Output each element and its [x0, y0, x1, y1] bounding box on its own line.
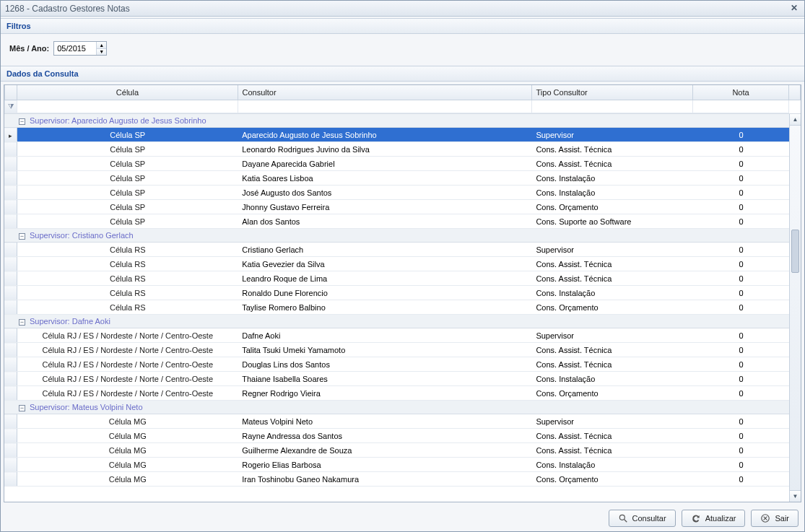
cell-tipo: Cons. Instalação — [531, 286, 693, 300]
table-row[interactable]: Célula RJ / ES / Nordeste / Norte / Cent… — [4, 386, 801, 401]
cell-nota[interactable]: 0 — [693, 200, 788, 214]
cell-tipo: Cons. Assist. Técnica — [531, 429, 693, 443]
col-header-celula[interactable]: Célula — [17, 85, 238, 100]
cell-nota[interactable]: 0 — [693, 271, 788, 286]
cell-tipo: Cons. Assist. Técnica — [531, 343, 693, 357]
cell-nota[interactable]: 0 — [693, 286, 788, 300]
table-row[interactable]: Célula MGRogerio Elias BarbosaCons. Inst… — [4, 458, 801, 472]
table-row[interactable]: Célula MGGuilherme Alexandre de SouzaCon… — [4, 443, 801, 458]
spinner-down-icon[interactable]: ▼ — [97, 49, 106, 56]
filter-cell-nota[interactable] — [693, 100, 788, 113]
filter-icon[interactable]: ⧩ — [5, 100, 17, 113]
cell-nota[interactable]: 0 — [693, 429, 788, 443]
row-indicator — [4, 200, 17, 214]
cell-nota[interactable]: 0 — [693, 142, 788, 157]
table-row[interactable]: Célula RJ / ES / Nordeste / Norte / Cent… — [4, 372, 801, 386]
group-row[interactable]: −Supervisor: Aparecido Augusto de Jesus … — [4, 114, 801, 128]
cell-nota[interactable]: 0 — [693, 458, 788, 472]
cell-celula: Célula RJ / ES / Nordeste / Norte / Cent… — [17, 372, 238, 386]
table-row[interactable]: Célula SPJosé Augusto dos SantosCons. In… — [4, 186, 801, 200]
cell-nota[interactable]: 0 — [693, 414, 788, 429]
table-row[interactable]: Célula RJ / ES / Nordeste / Norte / Cent… — [4, 357, 801, 372]
cell-consultor: Dafne Aoki — [238, 328, 531, 343]
table-row[interactable]: Célula RSRonaldo Dune FlorencioCons. Ins… — [4, 286, 801, 300]
close-icon[interactable]: ✕ — [788, 3, 800, 14]
row-indicator — [4, 214, 17, 229]
update-button[interactable]: Atualizar — [682, 510, 746, 527]
scroll-thumb[interactable] — [791, 230, 799, 273]
cell-nota[interactable]: 0 — [693, 328, 788, 343]
row-indicator — [4, 328, 17, 343]
cell-nota[interactable]: 0 — [693, 357, 788, 372]
cell-celula: Célula RS — [17, 271, 238, 286]
cell-celula: Célula RS — [17, 286, 238, 300]
cell-nota[interactable]: 0 — [693, 128, 788, 142]
collapse-icon[interactable]: − — [19, 233, 25, 240]
cell-nota[interactable]: 0 — [693, 257, 788, 271]
group-row[interactable]: −Supervisor: Cristiano Gerlach — [4, 229, 801, 243]
cell-nota[interactable]: 0 — [693, 300, 788, 315]
table-row[interactable]: ▸Célula SPAparecido Augusto de Jesus Sob… — [4, 128, 801, 142]
table-row[interactable]: Célula MGMateus Volpini NetoSupervisor0 — [4, 414, 801, 429]
group-row[interactable]: −Supervisor: Mateus Volpini Neto — [4, 401, 801, 414]
table-row[interactable]: Célula RSKatia Gevezier da SilvaCons. As… — [4, 257, 801, 271]
table-row[interactable]: Célula SPLeonardo Rodrigues Juvino da Si… — [4, 142, 801, 157]
cell-nota[interactable]: 0 — [693, 472, 788, 487]
cell-tipo: Cons. Orçamento — [531, 300, 693, 315]
cell-nota[interactable]: 0 — [693, 443, 788, 458]
table-row[interactable]: Célula SPDayane Aparecida GabrielCons. A… — [4, 157, 801, 171]
collapse-icon[interactable]: − — [19, 405, 25, 411]
group-row[interactable]: −Supervisor: Dafne Aoki — [4, 315, 801, 328]
table-row[interactable]: Célula MGIran Toshinobu Ganeo NakamuraCo… — [4, 472, 801, 487]
table-row[interactable]: Célula RSTaylise Romero BalbinoCons. Orç… — [4, 300, 801, 315]
cell-nota[interactable]: 0 — [693, 243, 788, 257]
cell-nota[interactable]: 0 — [693, 171, 788, 186]
spinner-up-icon[interactable]: ▲ — [97, 42, 106, 49]
cell-nota[interactable]: 0 — [693, 157, 788, 171]
table-row[interactable]: Célula RJ / ES / Nordeste / Norte / Cent… — [4, 343, 801, 357]
col-header-consultor[interactable]: Consultor — [238, 85, 531, 100]
cell-tipo: Cons. Instalação — [531, 171, 693, 186]
filter-cell-tipo[interactable] — [531, 100, 693, 113]
table-row[interactable]: Célula SPJhonny Gustavo FerreiraCons. Or… — [4, 200, 801, 214]
consult-button[interactable]: Consultar — [609, 510, 676, 527]
table-row[interactable]: Célula RSLeandro Roque de LimaCons. Assi… — [4, 271, 801, 286]
row-indicator — [4, 414, 17, 429]
month-year-spinner[interactable]: ▲ ▼ — [53, 41, 107, 56]
collapse-icon[interactable]: − — [19, 319, 25, 326]
exit-icon — [760, 513, 770, 523]
col-header-nota[interactable]: Nota — [693, 85, 788, 100]
table-row[interactable]: Célula RJ / ES / Nordeste / Norte / Cent… — [4, 328, 801, 343]
cell-tipo: Cons. Assist. Técnica — [531, 443, 693, 458]
cell-consultor: Guilherme Alexandre de Souza — [238, 443, 531, 458]
cell-celula: Célula MG — [17, 414, 238, 429]
table-row[interactable]: Célula RSCristiano GerlachSupervisor0 — [4, 243, 801, 257]
cell-tipo: Cons. Assist. Técnica — [531, 157, 693, 171]
cell-nota[interactable]: 0 — [693, 386, 788, 401]
cell-tipo: Supervisor — [531, 243, 693, 257]
collapse-icon[interactable]: − — [19, 118, 25, 125]
grid-body[interactable]: −Supervisor: Aparecido Augusto de Jesus … — [4, 113, 801, 502]
scroll-up-icon[interactable]: ▲ — [790, 114, 801, 126]
table-row[interactable]: Célula SPKatia Soares LisboaCons. Instal… — [4, 171, 801, 186]
cell-nota[interactable]: 0 — [693, 372, 788, 386]
scroll-down-icon[interactable]: ▼ — [790, 490, 801, 502]
col-header-tipo[interactable]: Tipo Consultor — [531, 85, 693, 100]
table-row[interactable]: Célula MGRayne Andressa dos SantosCons. … — [4, 429, 801, 443]
row-selector-header — [5, 85, 17, 100]
cell-nota[interactable]: 0 — [693, 214, 788, 229]
cell-celula: Célula RJ / ES / Nordeste / Norte / Cent… — [17, 357, 238, 372]
table-row[interactable]: Célula SPAlan dos SantosCons. Suporte ao… — [4, 214, 801, 229]
filter-cell-consultor[interactable] — [238, 100, 531, 113]
cell-nota[interactable]: 0 — [693, 343, 788, 357]
data-section-header: Dados da Consulta — [1, 66, 804, 82]
exit-button[interactable]: Sair — [751, 510, 799, 527]
cell-nota[interactable]: 0 — [693, 186, 788, 200]
month-year-input[interactable] — [54, 42, 96, 55]
grid-header: Célula Consultor Tipo Consultor Nota ⧩ — [4, 85, 801, 113]
cell-consultor: Katia Gevezier da Silva — [238, 257, 531, 271]
vertical-scrollbar[interactable]: ▲ ▼ — [789, 114, 801, 502]
cell-celula: Célula RJ / ES / Nordeste / Norte / Cent… — [17, 343, 238, 357]
filters-section-header: Filtros — [1, 18, 804, 34]
filter-cell-celula[interactable] — [17, 100, 238, 113]
